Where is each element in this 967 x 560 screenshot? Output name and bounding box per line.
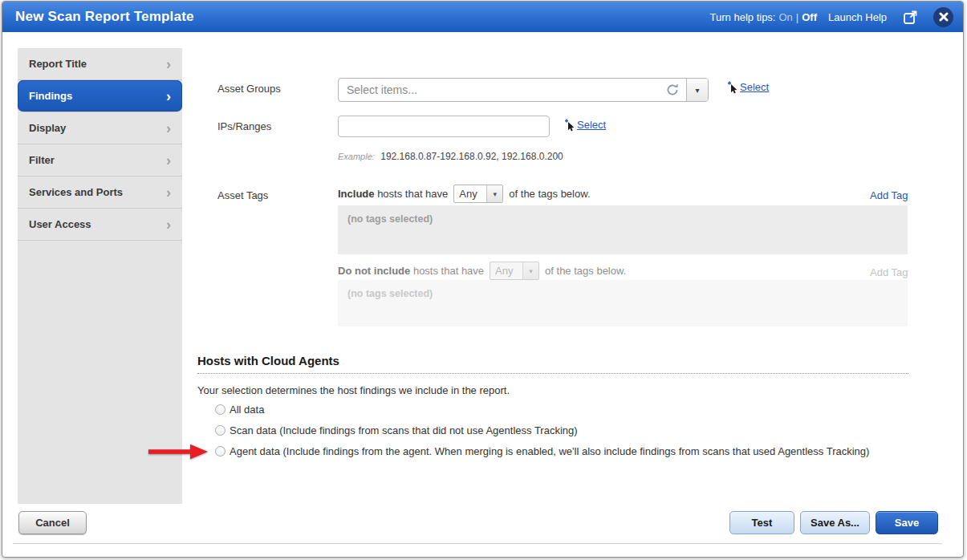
pointer-plus-icon: [727, 81, 737, 94]
no-tags-selected-text: (no tags selected): [347, 288, 433, 299]
caret-down-icon: ▾: [522, 262, 538, 279]
example-label: Example:: [338, 152, 375, 161]
ips-ranges-label: IPs/Ranges: [217, 120, 271, 132]
red-annotation-arrow-icon: [147, 443, 209, 461]
ips-example: Example: 192.168.0.87-192.168.0.92, 192.…: [338, 151, 563, 162]
ips-ranges-select-link[interactable]: Select: [564, 119, 606, 132]
sidebar-item-report-title[interactable]: Report Title ›: [18, 48, 182, 80]
cloud-agents-description: Your selection determines the host findi…: [197, 384, 510, 396]
refresh-icon[interactable]: [665, 83, 680, 97]
test-button[interactable]: Test: [729, 511, 794, 534]
help-tips-label: Turn help tips:: [710, 11, 776, 23]
help-tips-toggle: Turn help tips: On | Off: [710, 11, 817, 23]
radio-option-all-data[interactable]: All data: [215, 404, 264, 416]
cloud-agents-heading: Hosts with Cloud Agents: [197, 354, 908, 374]
asset-groups-label: Asset Groups: [217, 83, 281, 95]
asset-groups-input[interactable]: [339, 79, 665, 101]
pointer-plus-icon: [564, 119, 575, 132]
radio-button[interactable]: [215, 446, 225, 457]
chevron-right-icon: ›: [166, 185, 171, 200]
chevron-right-icon: ›: [166, 217, 171, 232]
radio-option-agent-data[interactable]: Agent data (Include findings from the ag…: [215, 445, 869, 457]
included-tags-box: (no tags selected): [338, 205, 908, 254]
include-tags-line: Include hosts that have Any ▾ of the tag…: [338, 185, 591, 203]
ips-ranges-input[interactable]: [338, 116, 550, 137]
cancel-button[interactable]: Cancel: [18, 511, 87, 534]
chevron-right-icon: ›: [166, 121, 171, 136]
chevron-right-icon: ›: [166, 57, 171, 71]
caret-down-icon: ▾: [486, 185, 502, 202]
exclude-any-select-disabled: Any ▾: [490, 262, 539, 280]
new-scan-report-template-dialog: New Scan Report Template Turn help tips:…: [2, 1, 964, 558]
no-tags-selected-text: (no tags selected): [347, 213, 433, 225]
sidebar-item-findings[interactable]: Findings ›: [18, 80, 182, 112]
chevron-right-icon: ›: [166, 89, 171, 103]
sidebar-item-filter[interactable]: Filter ›: [18, 144, 182, 177]
popout-window-icon[interactable]: [903, 9, 919, 25]
radio-button[interactable]: [215, 404, 225, 415]
sidebar-item-user-access[interactable]: User Access ›: [18, 209, 182, 241]
asset-groups-combobox: ▾: [338, 78, 709, 102]
add-tag-link-exclude-disabled: Add Tag: [870, 266, 908, 278]
help-tips-separator: |: [796, 11, 798, 23]
radio-button[interactable]: [215, 425, 225, 436]
dialog-title: New Scan Report Template: [15, 9, 194, 25]
titlebar: New Scan Report Template Turn help tips:…: [2, 2, 963, 32]
chevron-right-icon: ›: [166, 153, 171, 168]
help-tips-on-link[interactable]: On: [778, 11, 792, 23]
include-any-select[interactable]: Any ▾: [453, 185, 503, 203]
close-button[interactable]: [933, 7, 953, 27]
sidebar-nav: Report Title › Findings › Display › Filt…: [18, 48, 182, 504]
sidebar-item-display[interactable]: Display ›: [18, 112, 182, 144]
launch-help-link[interactable]: Launch Help: [828, 11, 887, 23]
example-value: 192.168.0.87-192.168.0.92, 192.168.0.200: [380, 151, 563, 162]
help-tips-off-link[interactable]: Off: [802, 11, 817, 23]
close-icon: [939, 12, 949, 22]
footer-divider: [13, 543, 942, 544]
excluded-tags-box: (no tags selected): [338, 280, 908, 327]
save-button[interactable]: Save: [876, 511, 938, 534]
save-as-button[interactable]: Save As...: [800, 511, 870, 534]
asset-groups-dropdown-button[interactable]: ▾: [686, 79, 708, 101]
asset-tags-label: Asset Tags: [217, 189, 268, 201]
sidebar-item-services-and-ports[interactable]: Services and Ports ›: [18, 177, 182, 209]
radio-option-scan-data[interactable]: Scan data (Include findings from scans t…: [215, 424, 578, 436]
caret-down-icon: ▾: [695, 86, 699, 95]
add-tag-link-include[interactable]: Add Tag: [870, 189, 908, 201]
exclude-tags-line: Do not include hosts that have Any ▾ of …: [338, 262, 626, 280]
asset-groups-select-link[interactable]: Select: [727, 81, 769, 94]
